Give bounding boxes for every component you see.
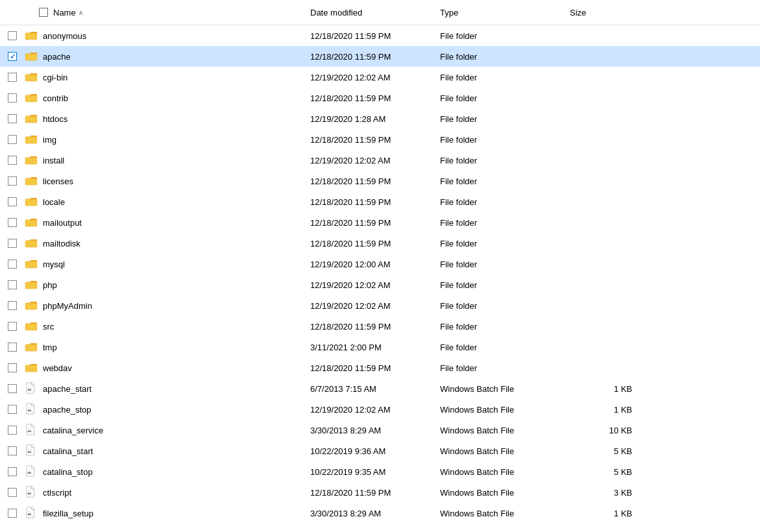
row-checkbox-area bbox=[5, 381, 19, 396]
name-cell: img bbox=[0, 132, 305, 147]
type-cell: File folder bbox=[435, 343, 565, 352]
svg-rect-43 bbox=[32, 424, 34, 427]
row-checkbox[interactable] bbox=[8, 405, 17, 414]
name-cell: ■■ >>_ apache_start bbox=[0, 381, 305, 396]
row-checkbox-area bbox=[5, 506, 19, 520]
row-checkbox[interactable] bbox=[8, 73, 17, 82]
file-name: locale bbox=[43, 197, 65, 207]
table-row[interactable]: phpMyAdmin12/19/2020 12:02 AMFile folder bbox=[0, 295, 760, 316]
date-modified-cell: 12/18/2020 11:59 PM bbox=[305, 363, 435, 373]
table-row[interactable]: ■■ >>_ ctlscript12/18/2020 11:59 PMWindo… bbox=[0, 482, 760, 503]
svg-text:>>_: >>_ bbox=[28, 511, 32, 513]
row-checkbox[interactable] bbox=[8, 322, 17, 331]
svg-rect-6 bbox=[25, 95, 37, 102]
row-checkbox[interactable] bbox=[8, 509, 17, 518]
table-row[interactable]: mysql12/19/2020 12:00 AMFile folder bbox=[0, 254, 760, 274]
batch-file-icon: ■■ >>_ bbox=[25, 486, 38, 499]
table-row[interactable]: ✓ apache12/18/2020 11:59 PMFile folder bbox=[0, 46, 760, 67]
size-column-header[interactable]: Size bbox=[565, 5, 643, 20]
row-checkbox[interactable] bbox=[8, 363, 17, 372]
name-cell: ■■ >>_ catalina_stop bbox=[0, 465, 305, 479]
file-name: catalina_stop bbox=[43, 467, 93, 477]
name-column-header[interactable]: Name ∧ bbox=[0, 3, 305, 22]
name-cell: ■■ >>_ catalina_start bbox=[0, 444, 305, 458]
date-modified-header-label: Date modified bbox=[310, 8, 362, 18]
table-row[interactable]: licenses12/18/2020 11:59 PMFile folder bbox=[0, 171, 760, 191]
table-row[interactable]: locale12/18/2020 11:59 PMFile folder bbox=[0, 191, 760, 212]
row-checkbox[interactable] bbox=[8, 197, 17, 206]
table-row[interactable]: src12/18/2020 11:59 PMFile folder bbox=[0, 316, 760, 337]
row-checkbox[interactable] bbox=[8, 260, 17, 269]
row-checkbox[interactable] bbox=[8, 426, 17, 435]
row-checkbox[interactable] bbox=[8, 93, 17, 103]
file-name: licenses bbox=[43, 176, 73, 186]
table-row[interactable]: mailtodisk12/18/2020 11:59 PMFile folder bbox=[0, 233, 760, 254]
row-checkbox[interactable] bbox=[8, 446, 17, 455]
folder-icon bbox=[25, 134, 38, 145]
row-checkbox[interactable] bbox=[8, 156, 17, 165]
date-modified-cell: 12/18/2020 11:59 PM bbox=[305, 135, 435, 145]
table-row[interactable]: ■■ >>_ apache_stop12/19/2020 12:02 AMWin… bbox=[0, 399, 760, 420]
table-row[interactable]: install12/19/2020 12:02 AMFile folder bbox=[0, 150, 760, 171]
type-cell: File folder bbox=[435, 156, 565, 165]
table-row[interactable]: ■■ >>_ catalina_start10/22/2019 9:36 AMW… bbox=[0, 441, 760, 461]
size-cell: 3 KB bbox=[565, 488, 643, 498]
table-row[interactable]: webdav12/18/2020 11:59 PMFile folder bbox=[0, 357, 760, 378]
svg-rect-8 bbox=[25, 116, 37, 123]
type-column-header[interactable]: Type bbox=[435, 5, 565, 20]
date-modified-cell: 12/19/2020 12:02 AM bbox=[305, 301, 435, 311]
type-cell: Windows Batch File bbox=[435, 467, 565, 477]
table-row[interactable]: ■■ >>_ catalina_service3/30/2013 8:29 AM… bbox=[0, 420, 760, 441]
date-modified-cell: 12/18/2020 11:59 PM bbox=[305, 197, 435, 207]
file-name: apache bbox=[43, 52, 71, 62]
row-checkbox[interactable] bbox=[8, 343, 17, 352]
name-cell: src bbox=[0, 319, 305, 333]
select-all-checkbox[interactable] bbox=[39, 8, 48, 17]
file-name: install bbox=[43, 156, 64, 165]
table-row[interactable]: contrib12/18/2020 11:59 PMFile folder bbox=[0, 88, 760, 108]
file-name: catalina_service bbox=[43, 426, 103, 435]
row-checkbox-area bbox=[5, 70, 19, 84]
size-header-label: Size bbox=[570, 8, 586, 18]
row-checkbox[interactable] bbox=[8, 135, 17, 144]
table-row[interactable]: img12/18/2020 11:59 PMFile folder bbox=[0, 129, 760, 150]
svg-rect-0 bbox=[25, 33, 37, 40]
svg-rect-4 bbox=[25, 75, 37, 81]
row-checkbox[interactable] bbox=[8, 218, 17, 227]
table-row[interactable]: ■■ >>_ filezilla_setup3/30/2013 8:29 AMW… bbox=[0, 503, 760, 524]
row-checkbox[interactable] bbox=[8, 467, 17, 476]
name-cell: webdav bbox=[0, 361, 305, 375]
svg-rect-32 bbox=[25, 365, 37, 372]
table-row[interactable]: ■■ >>_ apache_start6/7/2013 7:15 AMWindo… bbox=[0, 378, 760, 399]
date-modified-cell: 12/19/2020 1:28 AM bbox=[305, 114, 435, 124]
svg-rect-12 bbox=[25, 158, 37, 164]
name-cell: licenses bbox=[0, 174, 305, 188]
file-name: mailtodisk bbox=[43, 239, 80, 248]
row-checkbox-area bbox=[5, 195, 19, 209]
date-modified-cell: 10/22/2019 9:35 AM bbox=[305, 467, 435, 477]
table-row[interactable]: tmp3/11/2021 2:00 PMFile folder bbox=[0, 337, 760, 357]
date-modified-column-header[interactable]: Date modified bbox=[305, 5, 435, 20]
row-checkbox[interactable] bbox=[8, 31, 17, 40]
row-checkbox[interactable] bbox=[8, 488, 17, 497]
batch-file-icon: ■■ >>_ bbox=[25, 444, 38, 457]
file-name: contrib bbox=[43, 93, 68, 103]
row-checkbox[interactable] bbox=[8, 280, 17, 289]
row-checkbox-area bbox=[5, 298, 19, 313]
row-checkbox[interactable] bbox=[8, 176, 17, 186]
table-row[interactable]: cgi-bin12/19/2020 12:02 AMFile folder bbox=[0, 67, 760, 88]
row-checkbox[interactable] bbox=[8, 114, 17, 123]
file-name: tmp bbox=[43, 343, 57, 352]
row-checkbox[interactable] bbox=[8, 301, 17, 310]
row-checkbox[interactable]: ✓ bbox=[8, 52, 17, 61]
file-name: img bbox=[43, 135, 56, 145]
table-row[interactable]: anonymous12/18/2020 11:59 PMFile folder bbox=[0, 25, 760, 46]
table-row[interactable]: ■■ >>_ catalina_stop10/22/2019 9:35 AMWi… bbox=[0, 461, 760, 482]
svg-rect-59 bbox=[32, 507, 34, 510]
row-checkbox[interactable] bbox=[8, 384, 17, 393]
table-row[interactable]: mailoutput12/18/2020 11:59 PMFile folder bbox=[0, 212, 760, 233]
table-row[interactable]: php12/19/2020 12:02 AMFile folder bbox=[0, 274, 760, 295]
table-row[interactable]: htdocs12/19/2020 1:28 AMFile folder bbox=[0, 108, 760, 129]
sort-arrow-icon: ∧ bbox=[79, 9, 83, 16]
row-checkbox[interactable] bbox=[8, 239, 17, 248]
